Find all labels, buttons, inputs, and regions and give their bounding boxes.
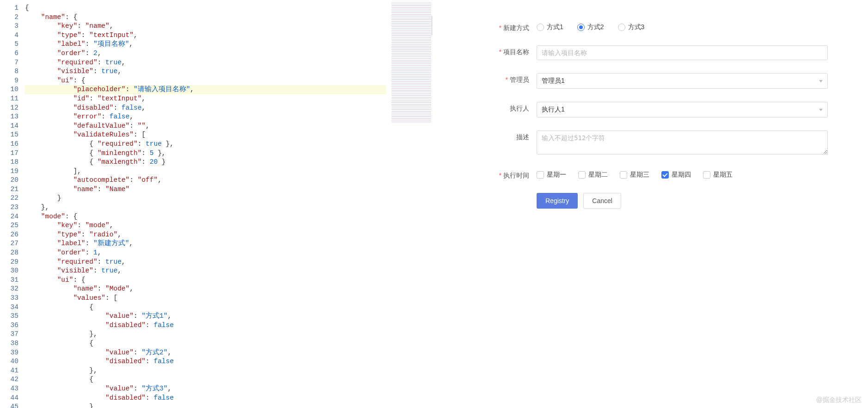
executor-select-value: 执行人1 (542, 105, 565, 114)
checkbox-exec-time-option[interactable]: 星期三 (620, 171, 649, 179)
watermark: @掘金技术社区 (816, 396, 862, 404)
code-area[interactable]: { "name": { "key": "name", "type": "text… (25, 0, 386, 408)
checkbox-exec-time-option[interactable]: 星期一 (537, 171, 566, 179)
radio-label: 方式1 (547, 23, 563, 31)
checkbox-label: 星期三 (630, 171, 649, 179)
minimap[interactable] (391, 3, 431, 123)
button-row: Registry Cancel (537, 193, 850, 209)
checkbox-icon (578, 171, 586, 179)
field-name: *项目名称 (483, 45, 850, 60)
field-executor: *执行人 执行人1 (483, 102, 850, 117)
pane-divider (432, 16, 432, 35)
label-name: *项目名称 (483, 45, 537, 56)
chevron-down-icon (819, 80, 823, 82)
label-executor: *执行人 (483, 102, 537, 113)
checkbox-icon (703, 171, 710, 179)
radio-icon (618, 24, 625, 31)
radio-label: 方式2 (587, 23, 604, 31)
checkbox-icon (620, 171, 627, 179)
radio-mode-option[interactable]: 方式2 (577, 23, 604, 31)
checkbox-group-exec-time: 星期一星期二星期三星期四星期五 (537, 169, 828, 179)
field-admin: *管理员 管理员1 (483, 73, 850, 89)
checkbox-exec-time-option[interactable]: 星期二 (578, 171, 608, 179)
checkbox-exec-time-option[interactable]: 星期五 (703, 171, 733, 179)
checkbox-exec-time-option[interactable]: 星期四 (661, 171, 691, 179)
checkbox-label: 星期二 (588, 171, 608, 179)
label-desc: *描述 (483, 130, 537, 142)
admin-select-value: 管理员1 (542, 77, 565, 85)
radio-label: 方式3 (628, 23, 645, 31)
form-preview: *新建方式 方式1方式2方式3 *项目名称 *管理员 管理员1 (432, 0, 868, 408)
field-desc: *描述 (483, 130, 850, 156)
radio-icon (537, 24, 544, 31)
label-mode: *新建方式 (483, 21, 537, 32)
description-textarea[interactable] (537, 130, 828, 155)
radio-icon (577, 24, 585, 31)
checkbox-label: 星期一 (547, 171, 566, 179)
code-editor[interactable]: 1234567891011121314151617181920212223242… (0, 0, 432, 408)
field-mode: *新建方式 方式1方式2方式3 (483, 21, 850, 32)
radio-mode-option[interactable]: 方式1 (537, 23, 563, 31)
label-exec-time: *执行时间 (483, 169, 537, 180)
label-admin: *管理员 (483, 73, 537, 84)
checkbox-icon (661, 171, 669, 179)
checkbox-icon (537, 171, 544, 179)
checkbox-label: 星期五 (713, 171, 733, 179)
project-name-input[interactable] (537, 45, 828, 60)
radio-mode-option[interactable]: 方式3 (618, 23, 645, 31)
executor-select[interactable]: 执行人1 (537, 102, 828, 117)
radio-group-mode: 方式1方式2方式3 (537, 21, 828, 31)
chevron-down-icon (819, 109, 823, 111)
field-exec-time: *执行时间 星期一星期二星期三星期四星期五 (483, 169, 850, 180)
registry-button[interactable]: Registry (537, 193, 578, 209)
admin-select[interactable]: 管理员1 (537, 73, 828, 89)
cancel-button[interactable]: Cancel (583, 193, 621, 209)
line-gutter: 1234567891011121314151617181920212223242… (0, 0, 25, 408)
checkbox-label: 星期四 (672, 171, 691, 179)
